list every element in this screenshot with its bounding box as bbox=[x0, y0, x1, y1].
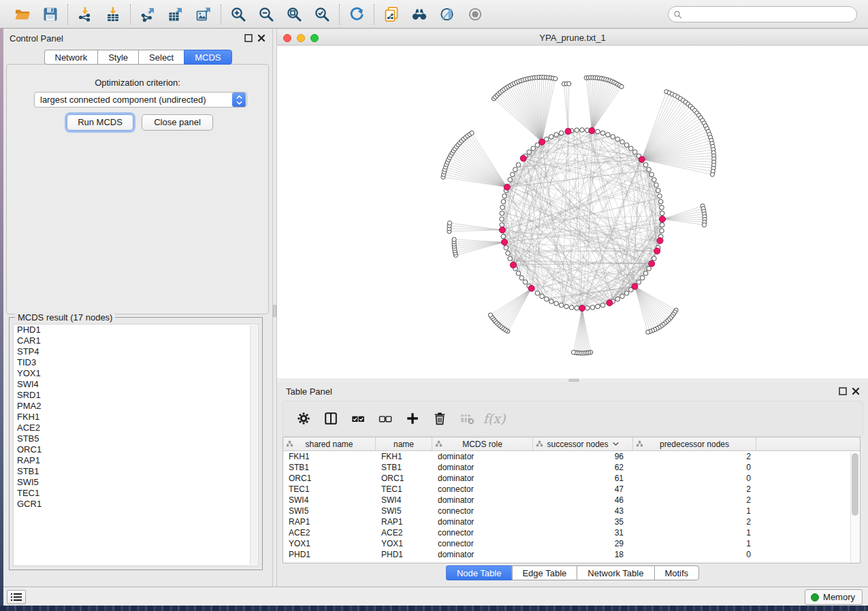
network-node[interactable] bbox=[585, 306, 590, 310]
mcds-result-item[interactable]: TEC1 bbox=[14, 488, 258, 499]
search-input[interactable] bbox=[682, 7, 856, 21]
mcds-result-item[interactable]: STP4 bbox=[14, 346, 258, 357]
network-node[interactable] bbox=[516, 163, 521, 167]
network-dominator-node[interactable] bbox=[504, 184, 510, 191]
network-node[interactable] bbox=[640, 276, 645, 280]
import-network-button[interactable] bbox=[75, 4, 95, 24]
network-node[interactable] bbox=[567, 82, 571, 86]
network-node[interactable] bbox=[553, 77, 558, 81]
mcds-result-item[interactable]: YOX1 bbox=[14, 368, 258, 379]
network-node[interactable] bbox=[660, 205, 664, 210]
network-node[interactable] bbox=[620, 294, 625, 299]
network-node[interactable] bbox=[500, 217, 504, 222]
network-node[interactable] bbox=[656, 188, 660, 193]
network-node[interactable] bbox=[660, 229, 664, 233]
search-box[interactable] bbox=[668, 6, 857, 22]
network-node[interactable] bbox=[660, 222, 664, 227]
network-node[interactable] bbox=[624, 143, 629, 148]
task-history-button[interactable] bbox=[7, 590, 26, 604]
network-node[interactable] bbox=[508, 178, 513, 182]
network-node[interactable] bbox=[600, 303, 605, 308]
network-dominator-node[interactable] bbox=[660, 216, 666, 222]
hide-panels-button[interactable] bbox=[437, 4, 457, 24]
network-node[interactable] bbox=[643, 271, 648, 276]
network-node[interactable] bbox=[600, 131, 605, 135]
mcds-result-item[interactable]: STB5 bbox=[14, 433, 258, 444]
binoculars-button[interactable] bbox=[409, 4, 430, 24]
network-dominator-node[interactable] bbox=[528, 285, 534, 291]
network-node[interactable] bbox=[500, 222, 504, 227]
mcds-result-item[interactable]: SWI5 bbox=[14, 477, 258, 488]
network-node[interactable] bbox=[643, 163, 648, 167]
columns-button[interactable] bbox=[322, 410, 340, 427]
float-panel-icon[interactable] bbox=[244, 34, 253, 42]
eye-button[interactable] bbox=[465, 4, 485, 24]
refresh-button[interactable] bbox=[347, 4, 367, 24]
mcds-result-item[interactable]: SWI4 bbox=[14, 379, 258, 390]
network-node[interactable] bbox=[519, 276, 524, 280]
network-node[interactable] bbox=[658, 194, 662, 199]
table-row[interactable]: SWI4SWI4dominator462 bbox=[283, 495, 860, 506]
tab-mcds[interactable]: MCDS bbox=[184, 50, 231, 65]
tab-network-table[interactable]: Network Table bbox=[577, 565, 654, 580]
column-header-successor-nodes[interactable]: successor nodes bbox=[533, 437, 633, 450]
import-table-button[interactable] bbox=[103, 4, 123, 24]
network-node[interactable] bbox=[564, 304, 569, 309]
network-dominator-node[interactable] bbox=[654, 248, 660, 254]
deselect-all-button[interactable] bbox=[376, 410, 394, 427]
mcds-result-item[interactable]: RAP1 bbox=[14, 455, 258, 466]
network-node[interactable] bbox=[710, 172, 714, 176]
network-node[interactable] bbox=[575, 306, 579, 310]
network-node[interactable] bbox=[549, 135, 554, 139]
network-node[interactable] bbox=[590, 306, 595, 310]
network-node[interactable] bbox=[500, 205, 505, 210]
horizontal-splitter-grip[interactable] bbox=[568, 379, 579, 382]
column-header-MCDS-role[interactable]: MCDS role bbox=[432, 437, 533, 450]
table-row[interactable]: FKH1FKH1dominator962 bbox=[283, 451, 860, 462]
memory-button[interactable]: Memory bbox=[805, 589, 863, 605]
network-dominator-node[interactable] bbox=[649, 261, 655, 267]
network-node[interactable] bbox=[470, 131, 474, 135]
network-node[interactable] bbox=[637, 280, 641, 284]
table-row[interactable]: YOX1YOX1connector291 bbox=[283, 538, 860, 549]
network-node[interactable] bbox=[629, 146, 634, 151]
network-node[interactable] bbox=[652, 257, 657, 261]
run-mcds-button[interactable]: Run MCDS bbox=[67, 114, 133, 131]
network-dominator-node[interactable] bbox=[639, 156, 645, 163]
network-node[interactable] bbox=[660, 211, 664, 216]
close-panel-icon[interactable] bbox=[852, 387, 860, 395]
network-node[interactable] bbox=[620, 84, 624, 88]
tab-style[interactable]: Style bbox=[97, 50, 138, 65]
network-dominator-node[interactable] bbox=[499, 227, 505, 233]
mcds-result-item[interactable]: PMA2 bbox=[14, 401, 258, 412]
network-node[interactable] bbox=[559, 303, 564, 308]
table-scrollbar[interactable] bbox=[850, 452, 859, 562]
network-node[interactable] bbox=[447, 221, 451, 225]
select-all-button[interactable] bbox=[349, 410, 367, 427]
vertical-splitter[interactable] bbox=[272, 29, 277, 587]
table-row[interactable]: ORC1ORC1dominator610 bbox=[283, 473, 860, 484]
close-panel-icon[interactable] bbox=[257, 34, 266, 42]
add-button[interactable] bbox=[404, 410, 421, 427]
network-node[interactable] bbox=[647, 167, 652, 172]
mcds-result-item[interactable]: STB1 bbox=[14, 466, 258, 477]
network-node[interactable] bbox=[611, 135, 615, 139]
network-node[interactable] bbox=[501, 234, 506, 239]
mcds-result-item[interactable]: FKH1 bbox=[14, 412, 258, 423]
clone-network-button[interactable] bbox=[381, 4, 402, 24]
network-node[interactable] bbox=[620, 139, 625, 144]
network-node[interactable] bbox=[501, 199, 506, 204]
network-node[interactable] bbox=[702, 223, 706, 227]
zoom-in-button[interactable] bbox=[228, 4, 248, 24]
network-node[interactable] bbox=[506, 251, 511, 256]
table-row[interactable]: PHD1PHD1dominator180 bbox=[283, 549, 860, 560]
vertical-splitter-grip[interactable] bbox=[273, 305, 276, 317]
mcds-result-item[interactable]: TID3 bbox=[14, 357, 258, 368]
network-node[interactable] bbox=[615, 297, 620, 301]
network-dominator-node[interactable] bbox=[589, 128, 595, 134]
network-node[interactable] bbox=[658, 199, 663, 204]
network-dominator-node[interactable] bbox=[502, 239, 508, 245]
network-node[interactable] bbox=[646, 330, 650, 334]
table-row[interactable]: SWI5SWI5connector431 bbox=[283, 506, 860, 516]
network-node[interactable] bbox=[527, 150, 532, 154]
